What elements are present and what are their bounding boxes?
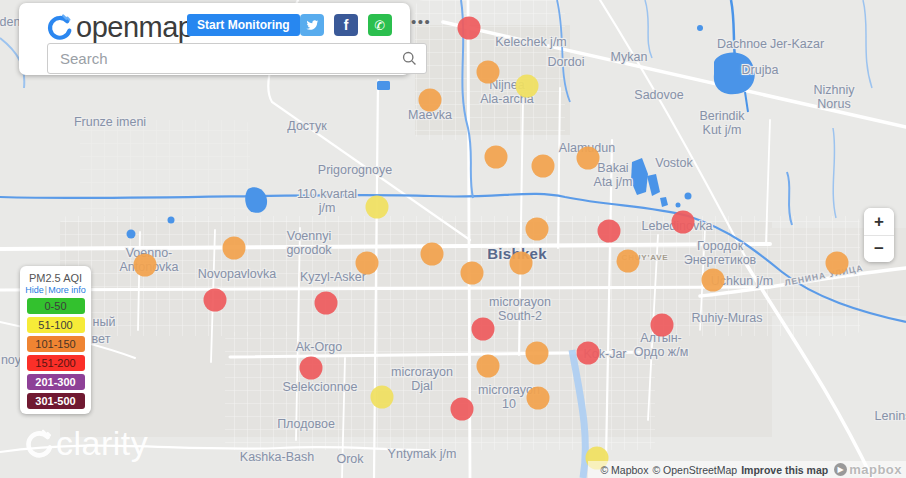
aqi-marker-orange[interactable] (134, 254, 157, 277)
aqi-marker-orange[interactable] (532, 155, 555, 178)
legend-range: 151-200 (27, 355, 85, 371)
aqi-marker-orange[interactable] (577, 147, 600, 170)
legend-links-separator: | (45, 285, 47, 295)
start-monitoring-button[interactable]: Start Monitoring (187, 14, 300, 36)
aqi-marker-orange[interactable] (419, 89, 442, 112)
aqi-marker-red[interactable] (598, 220, 621, 243)
legend-title: PM2.5 AQI (20, 272, 91, 284)
aqi-legend-panel: PM2.5 AQI Hide|More info 0-5051-100101-1… (20, 266, 91, 414)
search-icon[interactable] (401, 50, 418, 71)
aqi-marker-orange[interactable] (826, 252, 849, 275)
aqi-marker-orange[interactable] (477, 61, 500, 84)
aqi-marker-red[interactable] (472, 318, 495, 341)
aqi-marker-orange[interactable] (702, 269, 725, 292)
search-input[interactable] (48, 44, 426, 73)
zoom-control: + − (864, 208, 894, 262)
osm-attribution-link[interactable]: © OpenStreetMap (652, 464, 737, 476)
aqi-marker-yellow[interactable] (366, 196, 389, 219)
aqi-marker-orange[interactable] (461, 262, 484, 285)
zoom-out-button[interactable]: − (864, 235, 894, 262)
aqi-marker-orange[interactable] (510, 252, 533, 275)
more-menu-button[interactable]: ••• (405, 12, 437, 31)
facebook-icon: f (344, 17, 349, 33)
mapbox-logo[interactable]: ▶ mapbox (834, 462, 902, 477)
aqi-marker-red[interactable] (451, 398, 474, 421)
twitter-icon (305, 18, 319, 32)
whatsapp-icon: ✆ (375, 18, 386, 33)
aqi-marker-red[interactable] (651, 314, 674, 337)
aqi-marker-red[interactable] (204, 289, 227, 312)
legend-links: Hide|More info (20, 285, 91, 295)
aqi-marker-orange[interactable] (527, 387, 550, 410)
aqi-marker-yellow[interactable] (371, 386, 394, 409)
aqi-marker-red[interactable] (458, 17, 481, 40)
map-attribution: © Mapbox © OpenStreetMap Improve this ma… (588, 461, 906, 478)
aqi-marker-orange[interactable] (356, 252, 379, 275)
legend-more-info-link[interactable]: More info (48, 285, 86, 295)
aqi-marker-orange[interactable] (526, 342, 549, 365)
legend-range: 51-100 (27, 317, 85, 333)
header-card: openmap Start Monitoring f ✆ ••• (19, 3, 410, 75)
twitter-button[interactable] (300, 14, 324, 36)
brand-name: openmap (76, 13, 193, 42)
openmap-logo-icon (46, 14, 73, 41)
aqi-marker-orange[interactable] (617, 250, 640, 273)
legend-range: 101-150 (27, 336, 85, 352)
aqi-marker-orange[interactable] (421, 243, 444, 266)
zoom-in-button[interactable]: + (864, 208, 894, 235)
aqi-marker-orange[interactable] (223, 237, 246, 260)
mapbox-logo-icon: ▶ (834, 463, 847, 476)
aqi-marker-red[interactable] (577, 342, 600, 365)
mapbox-attribution-link[interactable]: © Mapbox (600, 464, 648, 476)
aqi-marker-orange[interactable] (526, 218, 549, 241)
facebook-button[interactable]: f (334, 14, 358, 36)
legend-scale: 0-5051-100101-150151-200201-300301-500 (20, 298, 91, 409)
aqi-marker-yellow[interactable] (516, 75, 539, 98)
legend-range: 0-50 (27, 298, 85, 314)
improve-map-link[interactable]: Improve this map (741, 464, 828, 476)
aqi-marker-red[interactable] (300, 357, 323, 380)
aqi-marker-orange[interactable] (485, 146, 508, 169)
mapbox-logo-word: mapbox (849, 462, 902, 477)
openmap-logo[interactable]: openmap (46, 13, 193, 42)
aqi-marker-orange[interactable] (477, 355, 500, 378)
legend-range: 301-500 (27, 393, 85, 409)
aqi-marker-red[interactable] (672, 211, 695, 234)
legend-hide-link[interactable]: Hide (25, 285, 44, 295)
search-box (47, 43, 427, 74)
legend-range: 201-300 (27, 374, 85, 390)
whatsapp-button[interactable]: ✆ (368, 14, 392, 36)
aqi-marker-red[interactable] (315, 292, 338, 315)
